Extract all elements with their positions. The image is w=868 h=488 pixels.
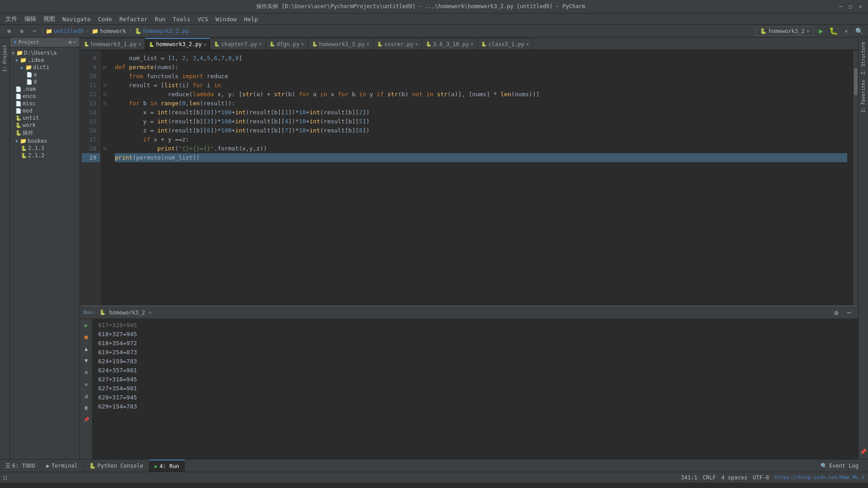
bottom-tabs: ☰ 6: TODO ▶ Terminal 🐍 Python Console ▶ … <box>0 459 868 472</box>
menu-window[interactable]: Window <box>212 15 241 23</box>
tab-homework31[interactable]: 🐍 homework3_1.py ✕ <box>80 38 145 50</box>
bottom-tab-todo[interactable]: ☰ 6: TODO <box>0 460 41 472</box>
maximize-button[interactable]: □ <box>847 4 854 10</box>
output-line-3: 619+254=873 <box>98 348 853 357</box>
tab-close-sssrer[interactable]: ✕ <box>415 42 418 47</box>
nav-minimize[interactable]: ─ <box>29 26 40 37</box>
menu-run[interactable]: Run <box>151 15 169 23</box>
run-output[interactable]: 617+328+945 618+327=945 618+354=972 619+… <box>93 319 858 459</box>
menu-file[interactable]: 文件 <box>2 14 21 24</box>
run-settings-icon[interactable]: ⚙ <box>831 307 842 318</box>
tree-nam[interactable]: 📄 .nam <box>10 85 80 93</box>
status-encoding[interactable]: UTF-8 <box>753 474 769 481</box>
profile-button[interactable]: ⚡ <box>841 26 852 37</box>
sidebar-tab-project[interactable]: 1: Project <box>1 41 8 75</box>
tree-a[interactable]: 📄 a <box>10 71 80 78</box>
nav-homework[interactable]: 📁 homework <box>92 28 126 34</box>
nav-back[interactable]: ⊞ <box>4 26 14 37</box>
project-minus-icon[interactable]: ─ <box>73 39 76 45</box>
run-scroll-up[interactable]: ▲ <box>82 344 91 353</box>
tab-close-class31[interactable]: ✕ <box>526 42 529 47</box>
bottom-tab-event-log[interactable]: 🔍 Event Log <box>815 461 864 471</box>
nav-file[interactable]: 🐍 homework3_2.py <box>135 28 189 34</box>
run-button[interactable]: ▶ <box>816 26 826 37</box>
run-print-button[interactable]: 🖨 <box>82 391 91 400</box>
menu-refactor[interactable]: Refactor <box>116 15 151 23</box>
tree-untit[interactable]: 🐍 untit <box>10 114 80 122</box>
tab-homework33[interactable]: 🐍 homework3_3.py ✕ <box>308 38 373 50</box>
tab-sssrer[interactable]: 🐍 sssrer.py ✕ <box>373 38 422 50</box>
tree-d[interactable]: 📄 d <box>10 78 80 85</box>
tab-close-dfgn[interactable]: ✕ <box>301 42 304 47</box>
tree-root[interactable]: ▼ 📁 D:\Users\a <box>10 49 80 56</box>
run-delete-button[interactable]: 🗑 <box>82 403 91 412</box>
tree-idea[interactable]: ▼ 📁 .idea <box>10 56 80 64</box>
status-crlf[interactable]: CRLF <box>703 474 716 481</box>
tree-mod[interactable]: 📄 mod <box>10 107 80 114</box>
tab-close-chapter7[interactable]: ✕ <box>259 42 262 47</box>
minimize-button[interactable]: ─ <box>837 4 844 10</box>
tree-211[interactable]: 🐍 2.1.1 <box>10 145 80 152</box>
tab-dfgn[interactable]: 🐍 dfgn.py ✕ <box>266 38 308 50</box>
favorites-sidebar: Z: Structure 2: Favorites 📌 <box>858 38 868 459</box>
nav-settings[interactable]: ⚙ <box>16 26 27 37</box>
tree-misc[interactable]: 📄 misc <box>10 100 80 107</box>
run-pin-button[interactable]: 📌 <box>82 415 91 424</box>
run-stop-button[interactable]: ■ <box>82 333 91 342</box>
tab-homework32[interactable]: 🐍 homework3_2.py ✕ <box>145 38 210 50</box>
close-button[interactable]: ✕ <box>857 4 863 10</box>
titlebar-controls: ─ □ ✕ <box>837 4 863 10</box>
menu-tools[interactable]: Tools <box>169 15 194 23</box>
menu-navigate[interactable]: Navigate <box>59 15 94 23</box>
tab-close-homework32[interactable]: ✕ <box>203 42 206 47</box>
tab-close-homework33[interactable]: ✕ <box>367 42 369 47</box>
tree-work[interactable]: 🐍 work <box>10 122 80 129</box>
output-line-1: 618+327=945 <box>98 330 853 339</box>
navbar: ⊞ ⚙ ─ 📁 untitled9 › 📁 homework › 🐍 homew… <box>0 25 868 38</box>
menu-code[interactable]: Code <box>94 15 116 23</box>
tree-enco[interactable]: 📄 enco <box>10 93 80 100</box>
bottom-tab-terminal[interactable]: ▶ Terminal <box>41 460 84 472</box>
run-close-icon[interactable]: ─ <box>844 307 854 318</box>
run-title: homework3_2 <box>109 310 145 316</box>
main-layout: 1: Project ▼ Project ⚙ ─ ▼ 📁 D:\Users\a … <box>0 38 868 459</box>
status-position[interactable]: 341:1 <box>681 474 697 481</box>
sidebar-tab-favorites[interactable]: 2: Favorites <box>860 77 867 115</box>
nav-project[interactable]: 📁 untitled9 <box>46 28 83 34</box>
status-expand-icon[interactable]: □ <box>4 474 7 481</box>
code-line-11: result = [list(i) for i in <box>115 81 847 90</box>
tree-dicti[interactable]: ▶ 📁 dicti <box>10 64 80 71</box>
project-panel: ▼ Project ⚙ ─ ▼ 📁 D:\Users\a ▼ 📁 .idea ▶… <box>10 38 80 459</box>
tab-chapter7[interactable]: 🐍 chapter7.py ✕ <box>210 38 266 50</box>
menu-help[interactable]: Help <box>241 15 262 23</box>
tree-212[interactable]: 🐍 2.1.2 <box>10 152 80 159</box>
menu-edit[interactable]: 编辑 <box>21 14 40 24</box>
run-config[interactable]: 🐍 homework3_2 ▼ <box>756 27 814 36</box>
bottom-tab-python-console[interactable]: 🐍 Python Console <box>84 460 149 472</box>
run-play-button[interactable]: ▶ <box>82 321 91 330</box>
menu-view[interactable]: 视图 <box>40 14 59 24</box>
code-line-19: print(permute(num_list)) <box>115 153 847 162</box>
run-pause-button[interactable]: ⏸ <box>82 368 91 377</box>
search-button[interactable]: 🔍 <box>854 26 864 37</box>
bottom-tab-run[interactable]: ▶ 4: Run <box>149 460 185 472</box>
run-format-button[interactable]: ≡ <box>82 380 91 389</box>
pin-icon[interactable]: 📌 <box>858 446 868 457</box>
tab-363-10[interactable]: 🐍 3.6_3_10.py ✕ <box>422 38 478 50</box>
debug-button[interactable]: 🐛 <box>828 26 839 37</box>
menu-vcs[interactable]: VCS <box>194 15 212 23</box>
editor-scrollbar[interactable] <box>853 50 858 305</box>
gutter: ▷ ⊟ ⊟ ⊟ ⊟ <box>100 50 109 305</box>
tab-class31[interactable]: 🐍 class3_1.py ✕ <box>477 38 533 50</box>
status-spaces[interactable]: 4 spaces <box>721 474 747 481</box>
project-gear-icon[interactable]: ⚙ <box>69 39 72 45</box>
run-tab-close[interactable]: ✕ <box>149 310 151 315</box>
output-line-2: 618+354=972 <box>98 339 853 348</box>
tree-caozuo[interactable]: 🐍 操作 <box>10 129 80 137</box>
sidebar-tab-structure[interactable]: Z: Structure <box>860 39 867 77</box>
code-content[interactable]: num_list = [1, 2, 3,4,5,6,7,8,9] def per… <box>109 50 853 305</box>
tab-close-homework31[interactable]: ✕ <box>138 42 141 47</box>
tree-bookex[interactable]: ▼ 📁 bookex <box>10 137 80 145</box>
run-scroll-down[interactable]: ▼ <box>82 356 91 365</box>
tab-close-363-10[interactable]: ✕ <box>471 42 473 47</box>
